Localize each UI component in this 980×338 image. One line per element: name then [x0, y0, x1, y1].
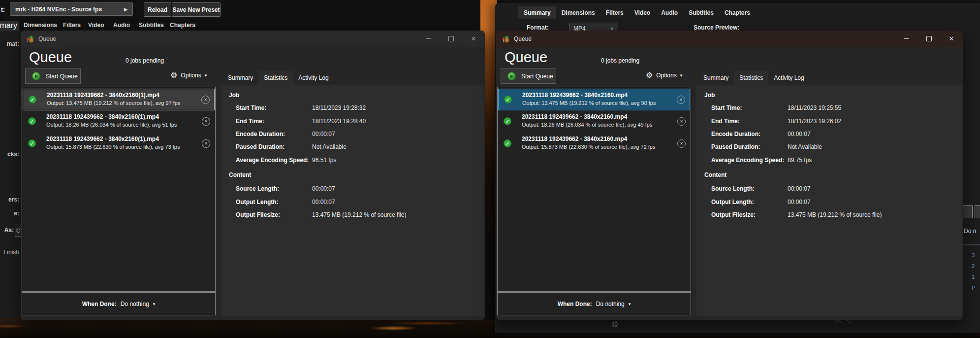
handbrake-app-icon — [502, 35, 509, 43]
tab-activity-log[interactable]: Activity Log — [768, 71, 809, 85]
reload-button[interactable]: Reload — [144, 2, 171, 17]
remove-job-button[interactable]: ✕ — [677, 96, 685, 104]
stat-label: Output Length: — [711, 199, 754, 205]
stat-value: 18/11/2023 19:28:40 — [312, 118, 366, 125]
when-done-dropdown[interactable]: Do nothing — [121, 301, 149, 307]
stat-value: 00:00:07 — [312, 131, 335, 137]
titlebar[interactable]: Queue ✕ — [21, 31, 485, 47]
tab-filters[interactable]: Filters — [63, 22, 81, 29]
remove-job-button[interactable]: ✕ — [677, 117, 686, 126]
queue-window-left: Queue ✕ Queue 0 jobs pending Start Queue… — [21, 31, 485, 320]
stat-label: Encode Duration: — [711, 131, 760, 137]
job-row-selected[interactable]: ✓ 20231118 192439662 - 3840x2160(1).mp4 … — [23, 89, 215, 110]
job-subtitle: Output: 15.873 MB (22.630 % of source fi… — [522, 144, 656, 150]
job-section-header: Job — [229, 92, 239, 99]
job-subtitle: Output: 13.475 MB (19.212 % of source fi… — [47, 100, 181, 106]
job-row-selected[interactable]: ✓ 20231118 192439662 - 3840x2160.mp4 Out… — [498, 89, 690, 110]
minimize-button[interactable] — [417, 31, 440, 47]
job-row[interactable]: ✓ 20231118 192439662 - 3840x2160.mp4 Out… — [498, 133, 690, 155]
log-fragment: 2 — [972, 263, 975, 269]
tab-audio[interactable]: Audio — [113, 22, 130, 29]
stat-label: Paused Duration: — [236, 143, 285, 150]
when-done-label: When Done: — [82, 301, 117, 307]
remove-job-button[interactable]: ✕ — [201, 96, 210, 104]
tab-dimensions[interactable]: Dimensions — [556, 6, 601, 19]
stat-label: Average Encoding Speed: — [711, 157, 784, 164]
stat-value: 13.475 MB (19.212 % of source file) — [312, 211, 406, 218]
stat-label: End Time: — [711, 118, 740, 125]
stat-label: Source Length: — [711, 185, 755, 192]
queue-tab-bar: Summary Statistics Activity Log — [222, 71, 334, 85]
close-button[interactable]: ✕ — [940, 31, 963, 47]
statistics-panel: Job Start Time: 18/11/2023 19:28:32 End … — [221, 85, 484, 316]
gear-icon: ⚙ — [170, 70, 177, 80]
window-title: Queue — [38, 35, 56, 42]
job-title: 20231118 192439662 - 3840x2160.mp4 — [522, 92, 628, 99]
stat-value: Not Available — [788, 143, 822, 150]
tab-summary[interactable]: Summary — [222, 71, 258, 85]
caret-down-icon: ▾ — [205, 73, 207, 78]
job-row[interactable]: ✓ 20231118 192439662 - 3840x2160.mp4 Out… — [498, 111, 690, 133]
log-fragment: P — [972, 285, 975, 291]
maximize-button[interactable] — [917, 31, 940, 47]
source-preview-label: Source Preview: — [694, 24, 739, 31]
label-fragment: e: — [14, 210, 19, 217]
stat-value: 00:00:07 — [312, 185, 335, 192]
remove-job-button[interactable]: ✕ — [202, 117, 210, 126]
queue-window-right: Queue ✕ Queue 0 jobs pending Start Queue… — [496, 31, 963, 320]
remove-job-button[interactable]: ✕ — [677, 139, 686, 148]
window-title: Queue — [514, 35, 532, 42]
stat-value: Not Available — [312, 143, 347, 150]
stat-label: End Time: — [236, 118, 264, 125]
start-queue-label: Start Queue — [46, 73, 78, 80]
preset-dropdown[interactable]: mrk - H264 NVEnc - Source fps ▶ — [10, 2, 133, 16]
caret-down-icon[interactable]: ▾ — [153, 302, 156, 306]
start-queue-button[interactable]: Start Queue — [25, 68, 81, 84]
tab-summary[interactable]: Summary — [698, 71, 734, 85]
stat-value: 00:00:07 — [788, 199, 811, 205]
window-controls: ✕ — [417, 31, 485, 47]
tab-filters[interactable]: Filters — [601, 6, 629, 19]
tab-statistics[interactable]: Statistics — [258, 71, 293, 85]
tab-subtitles[interactable]: Subtitles — [683, 6, 719, 19]
job-list: ✓ 20231118 192439662 - 3840x2160(1).mp4 … — [22, 87, 216, 292]
maximize-button[interactable] — [440, 31, 462, 47]
settings-gear-icon[interactable]: ⚙ — [611, 319, 619, 330]
tab-summary[interactable]: Summary — [518, 6, 556, 19]
save-new-preset-button[interactable]: Save New Preset — [172, 2, 221, 17]
start-queue-label: Start Queue — [521, 73, 553, 80]
when-done-dropdown[interactable]: Do nothing — [596, 301, 625, 307]
when-done-bar: When Done: Do nothing ▾ — [22, 292, 216, 315]
tab-video[interactable]: Video — [629, 6, 656, 19]
job-row[interactable]: ✓ 20231118 192439662 - 3840x2160(1).mp4 … — [23, 133, 215, 155]
options-menu-button[interactable]: ⚙ Options ▾ — [646, 70, 682, 80]
minimize-button[interactable] — [895, 31, 917, 47]
job-subtitle: Output: 18.26 MB (26.034 % of source fil… — [522, 122, 652, 128]
job-section-header: Job — [704, 92, 715, 99]
tracks-label-fragment: cks: — [7, 151, 19, 158]
stat-label: Output Length: — [236, 199, 279, 205]
tab-statistics[interactable]: Statistics — [734, 71, 768, 85]
job-row[interactable]: ✓ 20231118 192439662 - 3840x2160(1).mp4 … — [23, 111, 215, 133]
titlebar[interactable]: Queue ✕ — [496, 31, 963, 47]
remove-job-button[interactable]: ✕ — [202, 139, 210, 148]
stat-value: 18/11/2023 19:26:02 — [788, 118, 841, 125]
edge-button-fragment[interactable] — [962, 205, 973, 218]
tab-summary-fragment[interactable]: mmary — [0, 21, 19, 31]
start-queue-button[interactable]: Start Queue — [501, 68, 556, 84]
tab-dimensions[interactable]: Dimensions — [24, 22, 57, 29]
tab-subtitles[interactable]: Subtitles — [139, 22, 164, 29]
options-menu-button[interactable]: ⚙ Options ▾ — [170, 70, 207, 80]
tab-chapters[interactable]: Chapters — [170, 22, 195, 29]
tab-activity-log[interactable]: Activity Log — [293, 71, 334, 85]
edge-button-fragment[interactable] — [975, 205, 980, 218]
stat-label: Paused Duration: — [711, 143, 760, 150]
play-icon — [507, 72, 516, 80]
tab-video[interactable]: Video — [88, 22, 104, 29]
caret-down-icon[interactable]: ▾ — [629, 302, 631, 306]
tab-chapters[interactable]: Chapters — [719, 6, 756, 19]
stat-value: 18/11/2023 19:28:32 — [312, 104, 366, 111]
caret-down-icon: ▾ — [680, 73, 683, 78]
close-button[interactable]: ✕ — [462, 31, 485, 47]
tab-audio[interactable]: Audio — [656, 6, 683, 19]
